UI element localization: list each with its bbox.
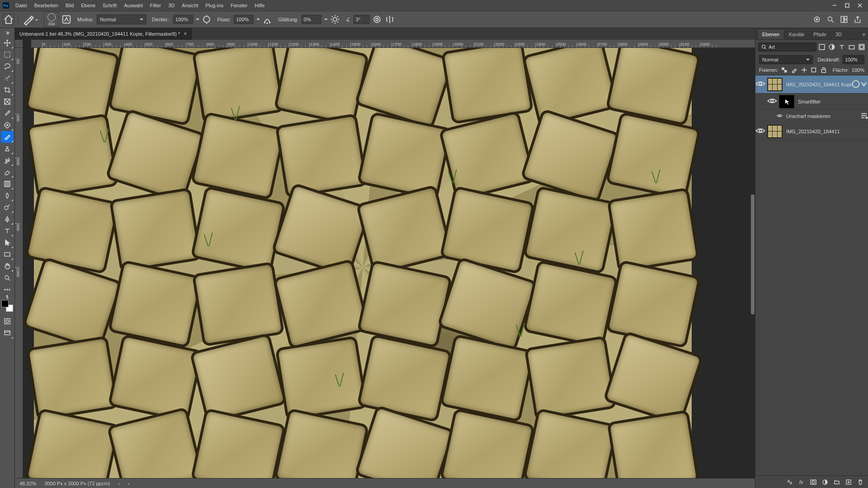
gradient-tool[interactable]: [1, 178, 14, 190]
visibility-toggle[interactable]: [775, 113, 783, 119]
adjustment-layer-icon[interactable]: [822, 479, 828, 485]
lock-all-icon[interactable]: [820, 66, 827, 74]
menu-fenster[interactable]: Fenster: [227, 0, 251, 11]
history-brush-tool[interactable]: [1, 155, 14, 166]
layer-thumbnail[interactable]: [767, 125, 783, 138]
layer-name[interactable]: IMG_20210420_184411 Kopie: [784, 82, 852, 87]
menu-plugins[interactable]: Plug-ins: [202, 0, 227, 11]
symmetry-toggle[interactable]: [384, 14, 395, 25]
document-tab[interactable]: Unbenannt-1 bei 48,3% (IMG_20210420_1844…: [15, 28, 192, 40]
canvas-viewport[interactable]: [23, 48, 755, 478]
brush-tool[interactable]: [1, 131, 14, 143]
menu-datei[interactable]: Datei: [12, 0, 31, 11]
layer-opacity-input[interactable]: 100%: [843, 55, 864, 64]
brush-settings-toggle[interactable]: [61, 14, 72, 25]
menu-auswahl[interactable]: Auswahl: [120, 0, 146, 11]
filter-shape-icon[interactable]: [848, 43, 855, 51]
close-tab-icon[interactable]: ×: [184, 31, 187, 37]
menu-ebene[interactable]: Ebene: [77, 0, 99, 11]
quick-mask-toggle[interactable]: [1, 315, 14, 327]
link-layers-icon[interactable]: [787, 479, 793, 485]
window-minimize-button[interactable]: [828, 0, 841, 11]
zoom-tool[interactable]: [1, 272, 14, 284]
ruler-vertical[interactable]: 503005008001000: [15, 48, 23, 478]
brush-preset-picker[interactable]: 334: [44, 12, 59, 27]
menu-schrift[interactable]: Schrift: [99, 0, 120, 11]
layer-style-icon[interactable]: fx: [798, 479, 805, 485]
lasso-tool[interactable]: [1, 61, 14, 72]
smoothing-input[interactable]: 0%: [302, 15, 321, 24]
angle-input[interactable]: 3°: [354, 15, 370, 24]
airbrush-toggle[interactable]: [262, 14, 273, 25]
tab-kanaele[interactable]: Kanäle: [784, 29, 809, 39]
tool-preset-picker[interactable]: [22, 13, 35, 26]
share-icon[interactable]: [854, 15, 862, 23]
menu-3d[interactable]: 3D: [165, 0, 178, 11]
rectangle-tool[interactable]: [1, 249, 14, 260]
layer-row[interactable]: IMG_20210420_184411: [755, 122, 868, 141]
status-arrow-right[interactable]: ›: [128, 481, 130, 486]
marquee-tool[interactable]: [1, 49, 14, 61]
layer-row[interactable]: IMG_20210420_184411 Kopie: [755, 75, 868, 94]
lock-artboard-icon[interactable]: [810, 66, 817, 74]
smoothing-options-button[interactable]: [330, 14, 340, 25]
blur-tool[interactable]: [1, 190, 14, 202]
ruler-horizontal[interactable]: 0100200300400500600700800900100011001200…: [31, 40, 755, 48]
visibility-toggle[interactable]: [767, 97, 777, 106]
tab-pfade[interactable]: Pfade: [809, 29, 831, 39]
visibility-toggle[interactable]: [755, 127, 765, 136]
scrollbar-vertical[interactable]: [750, 48, 755, 478]
smartfilter-row[interactable]: Smartfilter: [755, 94, 868, 110]
opacity-input[interactable]: 100%: [173, 15, 193, 24]
filter-smart-icon[interactable]: [858, 43, 865, 51]
fill-input[interactable]: 100%: [852, 67, 864, 73]
panel-menu-icon[interactable]: ≡: [860, 29, 868, 39]
window-close-button[interactable]: [854, 0, 866, 11]
group-icon[interactable]: [834, 479, 840, 485]
frame-tool[interactable]: [1, 96, 14, 108]
doc-info[interactable]: 3000 Px x 3000 Px (72 ppcm): [44, 481, 110, 486]
filter-pixel-icon[interactable]: [818, 43, 826, 51]
move-tool[interactable]: [1, 37, 14, 49]
filter-adjust-icon[interactable]: [828, 43, 835, 51]
color-swatches[interactable]: [1, 300, 13, 312]
flow-input[interactable]: 100%: [234, 15, 254, 24]
layer-filter-select[interactable]: Art: [758, 42, 816, 52]
filter-type-icon[interactable]: [838, 43, 845, 51]
crop-tool[interactable]: [1, 84, 14, 96]
hand-tool[interactable]: [1, 260, 14, 272]
menu-bild[interactable]: Bild: [62, 0, 77, 11]
select-subject-icon[interactable]: [813, 15, 821, 23]
filter-name[interactable]: Unscharf maskieren: [783, 113, 860, 119]
layer-name[interactable]: IMG_20210420_184411: [784, 129, 868, 134]
filter-blend-icon[interactable]: [860, 112, 868, 121]
workspace-icon[interactable]: [840, 15, 848, 23]
type-tool[interactable]: [1, 225, 14, 237]
window-maximize-button[interactable]: [841, 0, 854, 11]
lock-transparency-icon[interactable]: [781, 66, 788, 74]
search-icon[interactable]: [826, 15, 835, 23]
eyedropper-tool[interactable]: [1, 108, 14, 119]
tab-ebenen[interactable]: Ebenen: [757, 29, 784, 39]
menu-filter[interactable]: Filter: [146, 0, 165, 11]
delete-layer-icon[interactable]: [857, 479, 863, 485]
toolbox-more[interactable]: [1, 284, 14, 296]
ruler-origin[interactable]: [15, 40, 23, 48]
healing-brush-tool[interactable]: [1, 119, 14, 131]
zoom-display[interactable]: 48,32%: [19, 481, 36, 486]
path-select-tool[interactable]: [1, 237, 14, 249]
new-layer-icon[interactable]: [845, 479, 852, 485]
menu-hilfe[interactable]: Hilfe: [251, 0, 268, 11]
menu-bearbeiten[interactable]: Bearbeiten: [31, 0, 62, 11]
filter-entry-row[interactable]: Unscharf maskieren: [755, 110, 868, 122]
toolbox-expand[interactable]: [5, 31, 9, 35]
magic-wand-tool[interactable]: [1, 72, 14, 84]
visibility-toggle[interactable]: [755, 80, 765, 89]
tab-3d[interactable]: 3D: [831, 29, 846, 39]
pen-tool[interactable]: [1, 213, 14, 225]
pressure-opacity-toggle[interactable]: [201, 14, 212, 25]
menu-ansicht[interactable]: Ansicht: [178, 0, 202, 11]
clone-stamp-tool[interactable]: [1, 143, 14, 155]
status-arrow-left[interactable]: ‹: [118, 481, 120, 486]
eraser-tool[interactable]: [1, 166, 14, 178]
